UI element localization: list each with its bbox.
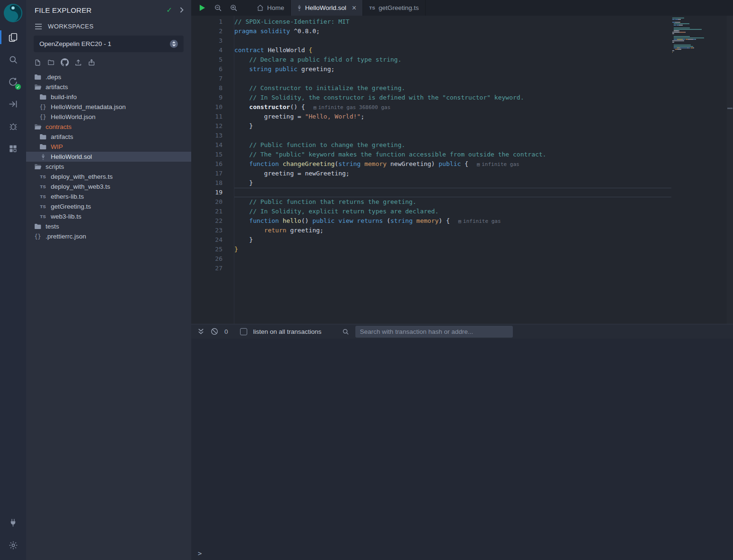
plugin-panel-button[interactable] [0,138,26,160]
code-token [234,65,249,73]
tree-item-build-info[interactable]: build-info [26,92,191,102]
tab-HelloWorld.sol[interactable]: HelloWorld.sol× [291,0,363,16]
tree-item-ethers-lib.ts[interactable]: TSethers-lib.ts [26,192,191,202]
tree-item-artifacts[interactable]: artifacts [26,82,191,92]
code-line[interactable]: constructor() {▤infinite gas 368600 gas [234,102,671,112]
search-button[interactable] [0,48,26,71]
code-line[interactable]: function changeGreeting(string memory ne… [234,159,671,169]
gas-icon: ▤ [477,162,480,167]
transaction-search-input[interactable] [355,326,513,338]
line-number: 17 [191,169,223,178]
tree-item-tests[interactable]: tests [26,221,191,231]
code-token: string [249,65,271,73]
new-folder-button[interactable] [47,59,55,66]
code-line[interactable]: function hello() public view returns (st… [234,216,671,226]
new-file-button[interactable] [34,59,41,66]
tree-item-web3-lib.ts[interactable]: TSweb3-lib.ts [26,211,191,221]
scrollbar-thumb[interactable] [727,108,733,109]
json-icon: {} [39,114,47,120]
tree-item-scripts[interactable]: scripts [26,162,191,172]
terminal-output[interactable]: > [191,339,733,560]
expand-terminal-button[interactable] [197,328,204,335]
listen-transactions-checkbox[interactable] [240,328,247,335]
tree-item-getGreeting.ts[interactable]: TSgetGreeting.ts [26,202,191,211]
editor-scrollbar[interactable] [727,16,733,324]
tree-item-HelloWorld_metadata.json[interactable]: {}HelloWorld_metadata.json [26,102,191,112]
tree-item-contracts[interactable]: contracts [26,122,191,132]
code-line[interactable]: } [234,245,671,254]
tab-getGreeting.ts[interactable]: TSgetGreeting.ts [363,0,426,16]
upload-file-button[interactable] [74,59,82,66]
github-button[interactable] [61,58,69,66]
chevron-right-icon[interactable] [180,7,184,13]
code-line[interactable]: // The "public" keyword makes the functi… [234,150,671,159]
code-line[interactable] [234,254,671,264]
code-line[interactable] [234,188,671,197]
code-line[interactable]: string public greeting; [234,64,671,74]
plugin-manager-button[interactable] [0,512,26,534]
code-token [234,141,249,148]
settings-button[interactable] [0,534,26,556]
tree-item-WIP[interactable]: WIP [26,142,191,152]
icon-rail: ✓ [0,0,26,560]
minimap[interactable] [672,18,710,56]
tree-item-HelloWorld.sol[interactable]: HelloWorld.sol [26,152,191,162]
tree-item-label: scripts [46,163,64,170]
tree-item-.prettierrc.json[interactable]: {}.prettierrc.json [26,231,191,241]
code-line[interactable]: greeting = "Hello, World!"; [234,112,671,121]
code-token [234,208,249,215]
remix-ide-window: ✓ FILE EXPLORER ✓ WORKSPACES OpenZeppeli… [0,0,733,560]
code-line[interactable] [234,131,671,140]
file-explorer-button[interactable] [0,26,26,48]
code-line[interactable]: greeting = newGreeting; [234,169,671,178]
code-line[interactable]: // In Solidity, the constructor is defin… [234,93,671,102]
code-line[interactable]: contract HelloWorld { [234,46,671,55]
tree-item-deploy_with_web3.ts[interactable]: TSdeploy_with_web3.ts [26,182,191,192]
tree-item-HelloWorld.json[interactable]: {}HelloWorld.json [26,112,191,122]
rail-bottom-icons [0,512,26,560]
code-content[interactable]: // SPDX-License-Identifier: MITpragma so… [234,16,671,324]
listen-transactions-label[interactable]: listen on all transactions [253,328,322,335]
publish-button[interactable] [88,59,95,66]
run-script-button[interactable] [196,0,209,16]
code-line[interactable]: return greeting; [234,226,671,235]
tab-Home[interactable]: Home [251,0,291,16]
editor-controls [191,0,244,16]
tree-item-.deps[interactable]: .deps [26,72,191,82]
code-line[interactable]: // Declare a public field of type string… [234,55,671,64]
remix-logo[interactable] [0,0,26,26]
debugger-button[interactable] [0,115,26,138]
code-line[interactable] [234,36,671,46]
home-icon [257,4,264,11]
close-tab-icon[interactable]: × [352,4,356,12]
code-line[interactable]: } [234,235,671,245]
zoom-in-button[interactable] [227,0,240,16]
workspaces-menu-icon[interactable] [35,24,42,29]
terminal-prompt[interactable]: > [198,550,202,557]
code-line[interactable]: } [234,121,671,131]
tree-item-deploy_with_ethers.ts[interactable]: TSdeploy_with_ethers.ts [26,172,191,182]
code-line[interactable]: // SPDX-License-Identifier: MIT [234,17,671,27]
code-token [234,160,249,167]
code-token: return [264,227,287,234]
workspace-selector[interactable]: OpenZeppelin ERC20 - 1 [34,36,184,52]
code-editor[interactable]: 1234567891011121314151617181920212223242… [191,16,733,324]
deploy-run-button[interactable] [0,93,26,115]
code-line[interactable]: pragma solidity ^0.8.0; [234,27,671,36]
code-line[interactable] [234,264,671,273]
code-line[interactable]: // In Solidity, explicit return types ar… [234,207,671,216]
code-line[interactable]: // Public function to change the greetin… [234,140,671,150]
clear-console-button[interactable] [211,328,218,335]
zoom-out-button[interactable] [212,0,224,16]
solidity-compiler-button[interactable]: ✓ [0,71,26,93]
code-line[interactable]: // Constructor to initialize the greetin… [234,83,671,93]
code-line[interactable] [234,74,671,83]
code-token: // The "public" keyword makes the functi… [249,151,546,158]
code-token: memory [364,160,387,167]
code-line[interactable]: // Public function that returns the gree… [234,197,671,207]
line-number: 9 [191,93,223,102]
tree-item-artifacts[interactable]: artifacts [26,132,191,142]
code-token: { [461,160,468,167]
code-line[interactable]: } [234,178,671,188]
tree-item-label: deploy_with_web3.ts [51,183,110,190]
